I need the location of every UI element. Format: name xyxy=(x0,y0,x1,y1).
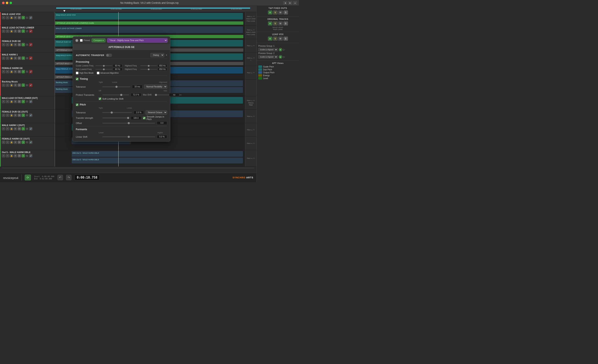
track-add-btn-9[interactable]: + xyxy=(2,127,5,130)
leadv-m-btn[interactable]: M xyxy=(278,37,283,41)
dub-pitch-eye[interactable] xyxy=(258,68,262,71)
dialog-select[interactable]: Dialog xyxy=(150,53,164,57)
pitch-arrow-dn-10[interactable]: ▼ xyxy=(253,142,255,144)
pitch-arrow-up-7[interactable]: ▲ xyxy=(251,100,253,101)
leadv-a-btn[interactable]: A xyxy=(268,37,272,41)
redo-button[interactable]: ↷ xyxy=(66,175,71,180)
track-add-btn-8[interactable]: + xyxy=(2,114,5,117)
track-gear-btn-4[interactable]: ⚙ xyxy=(14,57,17,60)
linear-shift-slider[interactable] xyxy=(102,136,155,137)
track-content-1[interactable]: Warp:MALE LEAD VOX APT:MALE LEAD OCTAVE … xyxy=(55,12,245,25)
pg1-play-btn[interactable]: ▶ xyxy=(279,48,282,51)
track-s-btn-7[interactable]: S xyxy=(22,100,25,103)
track-plus-btn-6[interactable]: + xyxy=(6,83,9,87)
track-lock-btn-9[interactable]: 🔒 xyxy=(10,127,13,130)
track-m-btn-8[interactable]: M xyxy=(18,114,21,117)
pinned-checkbox[interactable] xyxy=(80,39,83,42)
track-add-btn-5[interactable]: + xyxy=(2,70,5,73)
protect-slider[interactable] xyxy=(102,94,129,95)
guide-highest-slider[interactable] xyxy=(140,66,157,66)
track-add-btn-11[interactable]: + xyxy=(2,154,5,157)
pitch-arrow-dn-4[interactable]: ▼ xyxy=(253,57,255,59)
maximize-button[interactable] xyxy=(9,2,12,4)
track-add-btn-4[interactable]: + xyxy=(2,57,5,60)
track-gear-btn-10[interactable]: ⚙ xyxy=(14,141,17,144)
pitch-arrow-dn-11[interactable]: ▼ xyxy=(253,157,255,159)
track-lock-btn-11[interactable]: 🔒 xyxy=(10,154,13,157)
track-plus-btn-4[interactable]: + xyxy=(6,57,9,60)
track-add-btn-7[interactable]: + xyxy=(2,100,5,103)
pg2-arrow-btn[interactable]: ▷ xyxy=(283,55,285,58)
orig-s-btn[interactable]: S xyxy=(283,21,288,25)
track-s-btn-3[interactable]: S xyxy=(22,43,25,46)
apt-close-button[interactable]: ✕ xyxy=(75,39,78,42)
horizontal-scrollbar[interactable] xyxy=(2,167,254,169)
track-m-btn-1[interactable]: M xyxy=(18,16,21,19)
track-lock-btn-6[interactable]: 🔒 xyxy=(10,83,13,87)
track-gear-btn-2[interactable]: ⚙ xyxy=(14,30,17,33)
minimize-button[interactable] xyxy=(6,2,8,4)
track-s-btn-9[interactable]: S xyxy=(22,127,25,130)
pg2-play-btn[interactable]: ▶ xyxy=(279,55,282,59)
output-pitch-eye[interactable] xyxy=(258,71,262,74)
loop-button[interactable]: ⟳ xyxy=(25,175,31,181)
pitch-alignment-select[interactable]: Nearest Octave xyxy=(146,110,167,115)
track-speaker-11[interactable]: 🔊 xyxy=(29,154,32,157)
track-s-btn-2[interactable]: S xyxy=(22,30,25,33)
track-gear-btn-8[interactable]: ⚙ xyxy=(14,114,17,117)
orig-v-btn[interactable]: V xyxy=(273,21,278,25)
track-plus-btn-9[interactable]: + xyxy=(6,127,9,130)
tpfixed-v-btn[interactable]: V xyxy=(273,10,278,15)
nav-up-icon[interactable]: ▲ xyxy=(293,1,297,5)
tpfixed-a-btn[interactable]: A xyxy=(268,10,272,15)
pitch-arrow-dn-9[interactable]: ▼ xyxy=(253,129,255,131)
track-speaker-6[interactable]: 🔊 xyxy=(29,83,32,87)
track-m-btn-2[interactable]: M xyxy=(18,30,21,33)
track-plus-btn-1[interactable]: + xyxy=(6,16,9,19)
track-add-btn-1[interactable]: + xyxy=(2,16,5,19)
track-lock-btn-5[interactable]: 🔒 xyxy=(10,70,13,73)
pitch-arrow-up-8[interactable]: ▲ xyxy=(251,116,253,117)
undo-button[interactable]: ↶ xyxy=(58,175,63,180)
track-plus-btn-3[interactable]: + xyxy=(6,43,9,46)
track-lock-btn-7[interactable]: 🔒 xyxy=(10,100,13,103)
track-gear-btn-3[interactable]: ⚙ xyxy=(14,43,17,46)
track-plus-btn-8[interactable]: + xyxy=(6,114,9,117)
track-s-btn-6[interactable]: S xyxy=(22,83,25,87)
track-add-btn-2[interactable]: + xyxy=(2,30,5,33)
track-m-btn-3[interactable]: M xyxy=(18,43,21,46)
energy-eye[interactable] xyxy=(258,74,262,77)
track-s-btn-1[interactable]: S xyxy=(22,16,25,19)
track-s-btn-10[interactable]: S xyxy=(22,141,25,144)
level-eye[interactable] xyxy=(258,77,262,80)
track-gear-btn-5[interactable]: ⚙ xyxy=(14,70,17,73)
pitch-enabled-checkbox[interactable] xyxy=(76,103,78,106)
nav-right-icon[interactable]: ▶ xyxy=(288,1,292,5)
track-s-btn-8[interactable]: S xyxy=(22,114,25,117)
orig-a-btn[interactable]: A xyxy=(268,21,272,25)
nav-left-icon[interactable]: ◀ xyxy=(283,1,287,5)
orig-m-btn[interactable]: M xyxy=(278,21,283,25)
track-plus-btn-10[interactable]: + xyxy=(6,141,9,144)
track-lock-btn-1[interactable]: 🔒 xyxy=(10,16,13,19)
hires-checkbox[interactable] xyxy=(76,72,78,74)
track-speaker-3[interactable]: 🔊 xyxy=(29,43,32,46)
track-gear-btn-9[interactable]: ⚙ xyxy=(14,127,17,130)
pg1-arrow-btn[interactable]: ▷ xyxy=(283,48,285,51)
tpfixed-s-btn[interactable]: S xyxy=(283,10,288,15)
guide-pitch-eye[interactable] xyxy=(258,66,262,68)
pitch-arrow-up-5[interactable]: ▲ xyxy=(251,72,253,74)
track-m-btn-7[interactable]: M xyxy=(18,100,21,103)
track-s-btn-4[interactable]: S xyxy=(22,57,25,60)
timing-enabled-checkbox[interactable] xyxy=(76,78,78,80)
pitch-arrow-dn-8[interactable]: ▼ xyxy=(253,116,255,117)
track-speaker-4[interactable]: 🔊 xyxy=(29,57,32,60)
pitch-arrow-dn-5[interactable]: ▼ xyxy=(253,72,255,74)
track-lock-btn-3[interactable]: 🔒 xyxy=(10,43,13,46)
timeline-bar[interactable] xyxy=(56,8,250,9)
track-m-btn-4[interactable]: M xyxy=(18,57,21,60)
track-gear-btn-6[interactable]: ⚙ xyxy=(14,83,17,87)
track-speaker-10[interactable]: 🔊 xyxy=(29,141,32,144)
transfer-slider[interactable] xyxy=(102,117,129,118)
track-plus-btn-5[interactable]: + xyxy=(6,70,9,73)
